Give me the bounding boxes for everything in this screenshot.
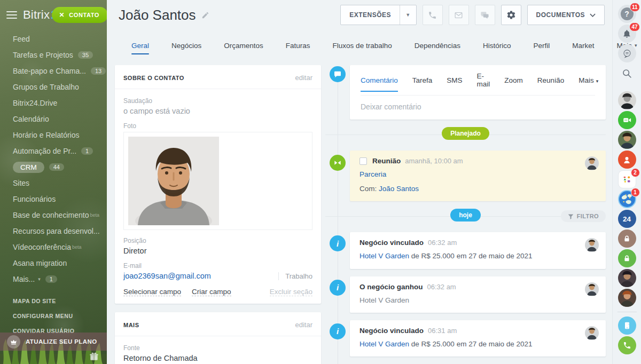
contact-photo[interactable] — [123, 132, 312, 230]
sidebar-item-bitrix24-drive[interactable]: Bitrix24.Drive — [0, 95, 107, 111]
email-button[interactable] — [449, 5, 469, 25]
bitrix24-button[interactable]: 24 — [618, 210, 636, 228]
entry-card[interactable]: O negócio ganhou06:32 amHotel V Garden — [350, 276, 606, 313]
select-field-link[interactable]: Selecionar campo — [123, 288, 181, 296]
meeting-subject-link[interactable]: Parceria — [359, 170, 386, 178]
more-edit-link[interactable]: editar — [295, 321, 312, 329]
about-contact-card: SOBRE O CONTATO editar Saudação o campo … — [115, 65, 321, 304]
tab-depend-ncias[interactable]: Dependências — [415, 42, 460, 50]
tab-perfil[interactable]: Perfil — [534, 42, 550, 50]
tab-hist-rico[interactable]: Histórico — [483, 42, 511, 50]
tab-fluxos-de-trabalho[interactable]: Fluxos de trabalho — [333, 42, 392, 50]
email-type-tag: Trabalho — [278, 272, 312, 280]
tab-geral[interactable]: Geral — [131, 42, 149, 50]
meeting-checkbox[interactable] — [359, 157, 367, 165]
contact-center-button[interactable] — [618, 151, 636, 169]
composer-tab-reuni-o[interactable]: Reunião — [537, 76, 564, 92]
sidebar-link-configurar-menu[interactable]: CONFIGURAR MENU — [0, 313, 107, 319]
today-badge: hoje — [450, 209, 481, 221]
extensions-label: EXTENSÕES — [341, 11, 400, 19]
create-field-link[interactable]: Criar campo — [192, 288, 231, 296]
sidebar-item-tarefas-e-projetos[interactable]: Tarefas e Projetos35 — [0, 47, 107, 63]
menu-toggle-icon[interactable] — [6, 9, 17, 21]
sidebar-item-bate-papo-e-chama[interactable]: Bate-papo e Chama...13 — [0, 63, 107, 79]
avatar-employee-3-button[interactable] — [618, 269, 636, 287]
entry-avatar — [585, 326, 599, 340]
comment-input[interactable] — [361, 96, 595, 120]
settings-button[interactable] — [501, 5, 521, 25]
avatar-employee-2-button[interactable] — [618, 131, 636, 149]
messenger-button[interactable] — [618, 44, 636, 62]
notifications-button[interactable]: 47 — [618, 25, 636, 43]
sidebar-item-sites[interactable]: Sites — [0, 175, 107, 191]
avatar-employee-4-button[interactable] — [618, 289, 636, 307]
sidebar-item-mais[interactable]: Mais...▾1 — [0, 271, 107, 287]
sidebar-item-funcion-rios[interactable]: Funcionários — [0, 191, 107, 207]
entry-link[interactable]: Hotel V Garden — [359, 340, 409, 348]
tab-or-amentos[interactable]: Orçamentos — [224, 42, 263, 50]
comment-stream-icon — [330, 66, 346, 82]
meeting-card[interactable]: Reunião amanhã, 10:00 am Parceria Com: J… — [350, 151, 606, 201]
beta-tag: beta — [72, 244, 82, 250]
logo-brand: Bitrix — [23, 8, 50, 21]
sidebar-item-recursos-para-desenvol[interactable]: Recursos para desenvol... — [0, 223, 107, 239]
composer-tab-coment-rio[interactable]: Comentário — [361, 76, 398, 92]
gift-icon[interactable] — [89, 351, 99, 362]
sidebar-item-v-deoconfer-ncia[interactable]: Vídeoconferênciabeta — [0, 239, 107, 255]
lock-private-button[interactable] — [618, 230, 636, 248]
filter-button[interactable]: FILTRO — [561, 210, 606, 222]
entry-title: Negócio vinculado — [359, 239, 424, 247]
tab-faturas[interactable]: Faturas — [286, 42, 310, 50]
meeting-icon — [330, 155, 346, 171]
delete-section-link[interactable]: Excluir seção — [270, 288, 312, 296]
about-edit-link[interactable]: editar — [295, 74, 312, 82]
help-button[interactable]: ?11 — [618, 5, 636, 23]
composer-tab-more[interactable]: Mais▾ — [579, 76, 598, 91]
telephony-button[interactable] — [618, 336, 636, 354]
composer-tab-tarefa[interactable]: Tarefa — [412, 76, 433, 92]
entry-body: Hotel V Garden de R$ 25.000 em 27 de mai… — [359, 339, 578, 349]
search-button[interactable] — [618, 64, 636, 82]
sidebar-item-calend-rio[interactable]: Calendário — [0, 111, 107, 127]
sidebar-item-asana-migration[interactable]: Asana migration — [0, 255, 107, 271]
more-card: MAIS editar Fonte Retorno de Chamada Dis… — [115, 312, 321, 364]
sidebar-item-base-de-conhecimento[interactable]: Base de conhecimentobeta — [0, 207, 107, 223]
sidebar-item-crm[interactable]: CRM44 — [0, 159, 107, 175]
sidebar-item-grupos-de-trabalho[interactable]: Grupos de Trabalho — [0, 79, 107, 95]
lock-secure-button[interactable] — [618, 249, 636, 267]
composer-tab-zoom[interactable]: Zoom — [504, 76, 523, 92]
upgrade-plan-banner[interactable]: ATUALIZE SEU PLANO — [0, 333, 107, 351]
tab-neg-cios[interactable]: Negócios — [171, 42, 201, 50]
contact-email-link[interactable]: joao2369san@gmail.com — [123, 272, 211, 280]
entry-card[interactable]: Negócio vinculado06:31 amHotel V Garden … — [350, 320, 606, 357]
entry-time: 06:32 am — [428, 239, 457, 247]
entry-card[interactable]: Negócio vinculado06:32 amHotel V Garden … — [350, 232, 606, 268]
entry-link[interactable]: Hotel V Garden — [359, 252, 409, 260]
sidebar-item-hor-rio-e-relat-rios[interactable]: Horário e Relatórios — [0, 127, 107, 143]
upgrade-plan-label: ATUALIZE SEU PLANO — [26, 338, 97, 345]
create-contact-button[interactable]: ✕ CONTATO — [52, 7, 107, 23]
sitemap-button[interactable]: 1 — [618, 190, 636, 208]
call-button[interactable] — [423, 5, 443, 25]
extensions-button[interactable]: EXTENSÕES ▼ — [340, 5, 416, 25]
chat-button[interactable] — [475, 5, 495, 25]
rail-divider — [617, 312, 637, 312]
avatar-employee-1-button[interactable] — [618, 91, 636, 109]
tab-market[interactable]: Market — [572, 42, 594, 50]
extensions-caret-icon[interactable]: ▼ — [400, 5, 416, 25]
comment-composer-row: ComentárioTarefaSMSE-mailZoomReuniãoMais… — [350, 65, 606, 120]
video-call-button[interactable] — [618, 111, 636, 129]
sidebar-item-automa-o-de-pr[interactable]: Automação de Pr...1 — [0, 143, 107, 159]
composer-tab-e-mail[interactable]: E-mail — [477, 72, 490, 96]
meeting-contact-link[interactable]: João Santos — [379, 185, 419, 193]
sidebar-link-mapa-do-site[interactable]: MAPA DO SITE — [0, 298, 107, 304]
sidebar-item-feed[interactable]: Feed — [0, 31, 107, 47]
entry-body: Hotel V Garden de R$ 25.000 em 27 de mai… — [359, 251, 578, 261]
more-card-title: MAIS — [123, 322, 139, 328]
entry-avatar — [585, 238, 599, 252]
documents-button[interactable]: DOCUMENTOS — [527, 5, 605, 25]
composer-tab-sms[interactable]: SMS — [447, 76, 462, 92]
mobile-app-button[interactable] — [618, 316, 636, 335]
market-button[interactable]: 2 — [618, 170, 636, 188]
edit-title-icon[interactable] — [201, 11, 209, 19]
